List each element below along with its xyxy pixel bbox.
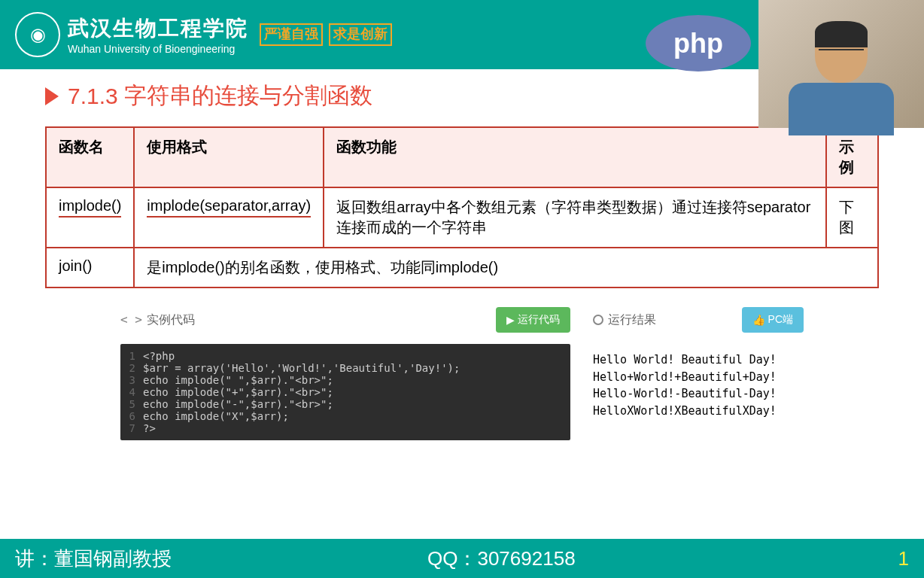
lecturer-label: 讲：	[15, 546, 54, 572]
result-output: Hello World! Beautiful Day! Hello+World!…	[593, 344, 804, 427]
code-line-1: <?php	[143, 350, 570, 362]
php-logo-icon: php	[646, 15, 751, 71]
university-name-en: Wuhan University of Bioengineering	[68, 43, 248, 55]
code-line-7: ?>	[143, 422, 570, 434]
code-line-3: echo implode(" ",$arr)."<br>";	[143, 374, 570, 386]
motto-box-2: 求是创新	[329, 23, 392, 46]
footer-bar: 讲： 董国钢副教授 QQ：307692158 1	[0, 539, 924, 578]
th-format: 使用格式	[134, 127, 324, 187]
result-label: 运行结果	[593, 312, 656, 328]
section-number: 7.1.3	[68, 84, 118, 109]
result-icon	[593, 315, 603, 325]
university-name-cn: 武汉生物工程学院	[68, 14, 248, 43]
qq-number: 307692158	[477, 547, 575, 570]
output-line: Hello World! Beautiful Day!	[593, 351, 804, 369]
code-editor[interactable]: 1<?php 2$arr = array('Hello','World!','B…	[120, 344, 570, 440]
table-row: join() 是implode()的别名函数，使用格式、功能同implode()	[46, 248, 878, 287]
table-row: implode() implode(separator,array) 返回数组a…	[46, 187, 878, 248]
university-seal-icon: ◉	[15, 12, 60, 57]
section-title-text: 字符串的连接与分割函数	[124, 81, 372, 111]
func-format-implode: implode(separator,array)	[147, 197, 311, 218]
table-header-row: 函数名 使用格式 函数功能 示例	[46, 127, 878, 187]
code-label: < >实例代码	[120, 312, 195, 328]
function-table: 函数名 使用格式 函数功能 示例 implode() implode(separ…	[45, 126, 879, 288]
th-name: 函数名	[46, 127, 134, 187]
output-line: Hello+World!+Beautiful+Day!	[593, 369, 804, 386]
motto-box-1: 严谨自强	[260, 23, 323, 46]
output-line: Hello-World!-Beautiful-Day!	[593, 385, 804, 403]
code-line-5: echo implode("-",$arr)."<br>";	[143, 398, 570, 410]
th-desc: 函数功能	[324, 127, 826, 187]
qq-label: QQ：	[427, 547, 477, 570]
func-name-implode: implode()	[59, 197, 121, 218]
section-title: 7.1.3 字符串的连接与分割函数	[45, 81, 879, 111]
triangle-icon	[45, 87, 59, 105]
func-desc-implode: 返回数组array中各个数组元素（字符串类型数据）通过连接符separator连…	[324, 187, 826, 248]
motto-boxes: 严谨自强 求是创新	[260, 23, 392, 46]
func-desc-join: 是implode()的别名函数，使用格式、功能同implode()	[134, 248, 878, 287]
code-line-4: echo implode("+",$arr)."<br>";	[143, 386, 570, 398]
code-line-6: echo implode("X",$arr);	[143, 410, 570, 422]
university-logo-area: ◉ 武汉生物工程学院 Wuhan University of Bioengine…	[15, 12, 248, 57]
code-section: < >实例代码 ▶ 运行代码 1<?php 2$arr = array('Hel…	[45, 307, 879, 440]
lecturer-name: 董国钢副教授	[54, 546, 172, 572]
func-example-implode: 下图	[826, 187, 878, 248]
footer-page-num: 1	[898, 547, 909, 570]
code-line-2: $arr = array('Hello','World!','Beautiful…	[143, 362, 570, 374]
output-line: HelloXWorld!XBeautifulXDay!	[593, 403, 804, 420]
pc-view-button[interactable]: 👍 PC端	[742, 307, 804, 333]
func-name-join: join()	[46, 248, 134, 287]
webcam-feed	[758, 0, 924, 128]
run-code-button[interactable]: ▶ 运行代码	[496, 307, 570, 333]
th-example: 示例	[826, 127, 878, 187]
